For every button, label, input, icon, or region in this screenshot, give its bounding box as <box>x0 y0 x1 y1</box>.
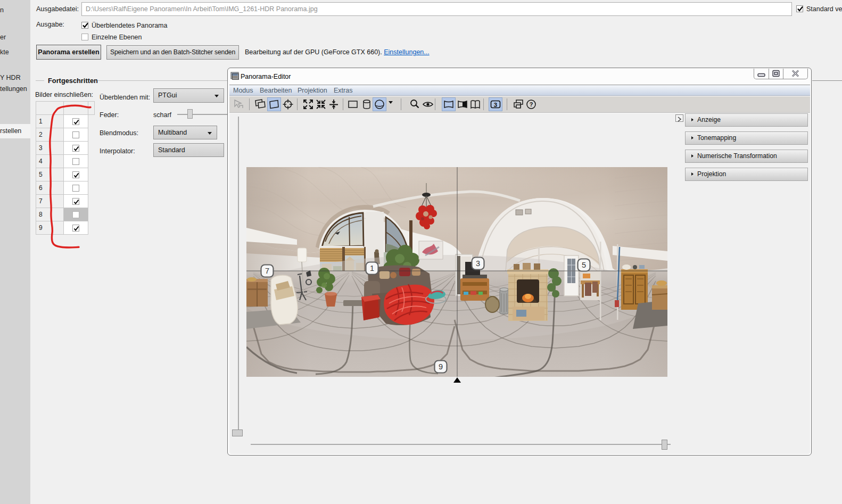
svg-text:?: ? <box>530 101 533 108</box>
svg-text:7: 7 <box>265 267 269 275</box>
svg-text:5: 5 <box>582 261 586 269</box>
svg-text:1: 1 <box>370 264 374 272</box>
svg-text:3: 3 <box>494 102 497 108</box>
svg-text:3: 3 <box>476 259 480 268</box>
svg-text:9: 9 <box>439 362 443 371</box>
